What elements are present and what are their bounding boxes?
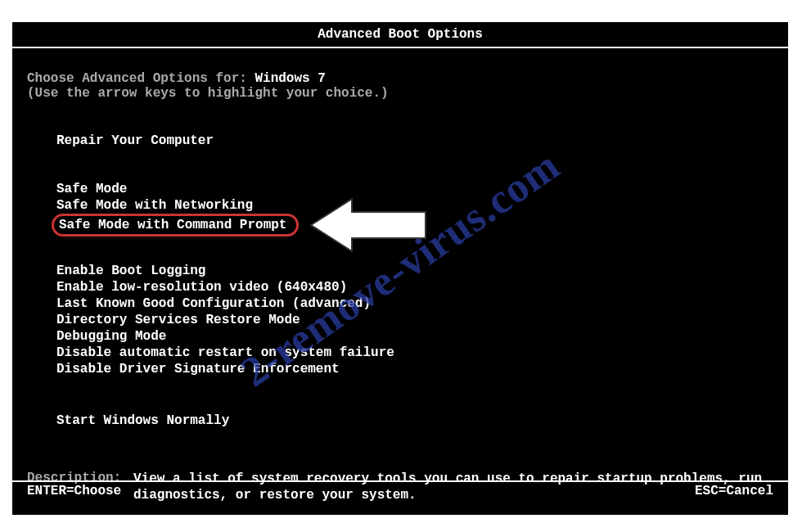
menu-item-disable-driver-sig[interactable]: Disable Driver Signature Enforcement bbox=[56, 361, 773, 377]
menu-item-boot-logging[interactable]: Enable Boot Logging bbox=[56, 263, 773, 279]
menu-item-safe-mode[interactable]: Safe Mode bbox=[56, 181, 773, 197]
os-name: Windows 7 bbox=[255, 71, 325, 86]
footer: ENTER=Choose ESC=Cancel bbox=[12, 480, 788, 498]
safe-mode-group: Safe Mode Safe Mode with Networking Safe… bbox=[27, 181, 773, 237]
menu-item-safe-mode-networking[interactable]: Safe Mode with Networking bbox=[56, 197, 773, 214]
footer-esc: ESC=Cancel bbox=[695, 484, 773, 498]
menu-item-low-res-video[interactable]: Enable low-resolution video (640x480) bbox=[56, 279, 773, 295]
highlight-marker: Safe Mode with Command Prompt bbox=[52, 214, 299, 237]
choose-line: Choose Advanced Options for: Windows 7 bbox=[27, 71, 773, 86]
footer-enter: ENTER=Choose bbox=[27, 484, 121, 498]
menu-item-disable-auto-restart[interactable]: Disable automatic restart on system fail… bbox=[56, 345, 773, 361]
choose-prefix: Choose Advanced Options for: bbox=[27, 71, 255, 86]
menu-item-last-known-good[interactable]: Last Known Good Configuration (advanced) bbox=[56, 295, 773, 312]
menu-item-repair[interactable]: Repair Your Computer bbox=[27, 133, 773, 148]
arrow-hint: (Use the arrow keys to highlight your ch… bbox=[27, 86, 773, 101]
page-title: Advanced Boot Options bbox=[12, 22, 788, 47]
other-options-group: Enable Boot Logging Enable low-resolutio… bbox=[27, 263, 773, 377]
menu-item-safe-mode-cmd[interactable]: Safe Mode with Command Prompt bbox=[56, 214, 773, 237]
boot-screen: Advanced Boot Options Choose Advanced Op… bbox=[12, 22, 788, 515]
menu-item-debugging[interactable]: Debugging Mode bbox=[56, 328, 773, 345]
menu-item-directory-services[interactable]: Directory Services Restore Mode bbox=[56, 312, 773, 328]
content-area: Choose Advanced Options for: Windows 7 (… bbox=[12, 48, 788, 428]
menu-item-start-normal[interactable]: Start Windows Normally bbox=[27, 413, 773, 428]
